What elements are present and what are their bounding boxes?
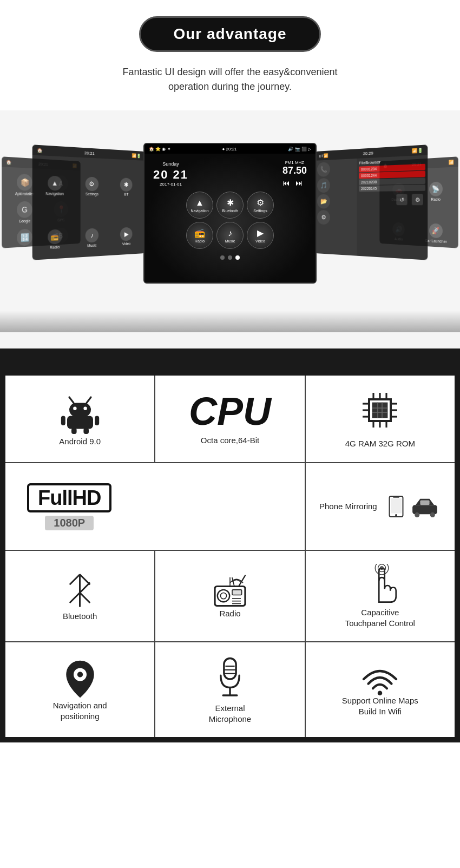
phone-mirror-label: Phone Mirroring [319,501,377,512]
clock-time: 20 21 [153,168,188,182]
svg-line-39 [70,593,80,603]
svg-rect-0 [69,403,91,417]
navigation-label: Navigation andpositioning [53,700,107,721]
badge-text: Our advantage [173,25,286,42]
fm-controls: ⏮ ⏭ [282,179,307,187]
feature-wifi: Support Online MapsBuild In Wifi [306,642,455,737]
r1-icon3: 📂 [317,194,330,209]
r1-icon2: 🎵 [317,178,330,193]
nav-btn[interactable]: ▲ Navigation [186,192,213,219]
microphone-label: ExternalMicrophone [209,703,251,724]
feature-bluetooth: Bluetooth [5,551,154,641]
r1-icon4: ⚙ [317,210,330,225]
fb-row4: 20220145 [359,185,425,192]
r1-filebrowser: FileBrowser 00001234 00001244 20210208 2… [357,155,428,260]
screen-right1: BT📶 20:29 📶🔋 📞 🎵 📂 ⚙ FileBrowser 0000123… [316,144,428,260]
cpu-label: Octa core,64-Bit [201,435,259,446]
svg-point-63 [378,691,383,695]
dot-3 [235,255,240,260]
svg-rect-29 [391,498,402,514]
radio-btn[interactable]: 📻 Radio [186,222,213,249]
svg-point-30 [395,514,397,516]
svg-point-3 [73,407,76,410]
svg-rect-7 [95,416,99,426]
dark-divider [0,348,460,370]
svg-line-41 [80,593,90,603]
video-btn[interactable]: ▶ Video [247,222,274,249]
screen-center: 🏠 ⭐ ◉ ✦ ● 20:21 🔊 📷 ⬛ ▷ Sunday 20 21 201… [143,143,317,284]
wifi-icon [358,663,402,695]
r1-bottom-icons: ↺ ⚙ [359,192,425,208]
r1-icons: 📞 🎵 📂 ⚙ [317,161,355,253]
header-section: Our advantage Fantastic UI design will o… [0,0,460,110]
feature-microphone: ExternalMicrophone [155,642,304,737]
r1-icon1: 📞 [317,162,330,177]
settings-btn[interactable]: ⚙ Settings [247,192,274,219]
radio-icon [208,573,252,608]
r1-left: 📞 🎵 📂 ⚙ [316,159,357,256]
feature-fullhd: FullHD 1080P [5,463,305,550]
svg-line-40 [70,575,80,585]
touch-icon [361,564,399,607]
dot-1 [220,255,225,260]
app-music-l1: ♪ Music [75,213,109,260]
feature-navigation: Navigation andpositioning [5,642,154,737]
fullhd-badge: FullHD [27,483,111,512]
fullhd-sub: 1080P [45,516,94,530]
svg-line-2 [87,397,91,403]
svg-rect-57 [224,658,236,679]
app-set-l1: ⚙ Settings [75,161,109,212]
music-btn[interactable]: ♪ Music [216,222,244,249]
svg-point-4 [83,407,87,410]
bt-btn[interactable]: ✱ Bluetooth [216,192,244,219]
cpu-text: CPU [189,392,271,431]
ram-label: 4G RAM 32G ROM [345,438,415,449]
features-grid: Android 9.0 CPU Octa core,64-Bit [5,376,455,737]
svg-point-56 [77,672,83,677]
wifi-label: Support Online MapsBuild In Wifi [342,695,418,716]
screens-container: 🏠 20:21 📶 📦 ApkInstaller A A... G Google [0,116,460,332]
fullhd-text: FullHD [38,488,101,508]
car-icon [409,496,441,517]
svg-rect-6 [61,416,65,426]
fm-label: FM1 MHZ [282,160,307,165]
chip-icon [358,389,402,432]
header-description: Fantastic UI design will offer the easy&… [123,65,338,94]
clock-section: Sunday 20 21 2017-01-01 FM1 MHZ 87.50 ⏮ … [149,158,311,189]
screenshots-section: 🏠 20:21 📶 📦 ApkInstaller A A... G Google [0,110,460,348]
svg-line-38 [80,583,90,593]
nav-icon [64,658,96,700]
phone-car-icons [388,496,441,517]
clock-date: 2017-01-01 [153,182,188,187]
fm-freq: 87.50 [282,165,307,176]
bluetooth-icon [65,570,95,611]
fb-row3: 20210208 [359,177,425,185]
dot-2 [228,255,232,260]
icon-grid-center: ▲ Navigation ✱ Bluetooth ⚙ Settings 📻 Ra… [186,192,274,249]
mic-icon [214,655,246,703]
fm-display: FM1 MHZ 87.50 ⏮ ⏭ [282,160,307,187]
app-grid-l1: ▲ Navigation ⚙ Settings ✱ BT 📻 Radio ♪ [32,155,145,260]
features-section: Android 9.0 CPU Octa core,64-Bit [0,370,460,742]
svg-point-44 [220,593,226,599]
svg-rect-45 [232,590,242,595]
feature-cpu: CPU Octa core,64-Bit [155,376,304,462]
desc-line2: operation during the journey. [168,81,292,92]
svg-line-1 [69,397,74,403]
svg-point-34 [430,512,435,517]
r1-sq2: ⚙ [412,194,423,205]
fullhd-content: FullHD 1080P [27,483,111,530]
radio-label: Radio [219,608,240,619]
feature-radio: Radio [155,551,304,641]
advantage-badge: Our advantage [139,16,320,52]
app-vid-l1: ▶ Video [110,212,142,260]
svg-rect-8 [71,428,77,434]
feature-android: Android 9.0 [5,376,154,462]
center-ui: Sunday 20 21 2017-01-01 FM1 MHZ 87.50 ⏮ … [144,154,316,284]
clock-day: Sunday [153,161,188,167]
statusbar-center: 🏠 ⭐ ◉ ✦ ● 20:21 🔊 📷 ⬛ ▷ [144,144,316,154]
svg-point-43 [218,590,229,602]
feature-ram: 4G RAM 32G ROM [306,376,455,462]
feature-capacitive: CapacitiveTouchpanel Control [306,551,455,641]
bluetooth-label: Bluetooth [63,611,97,622]
